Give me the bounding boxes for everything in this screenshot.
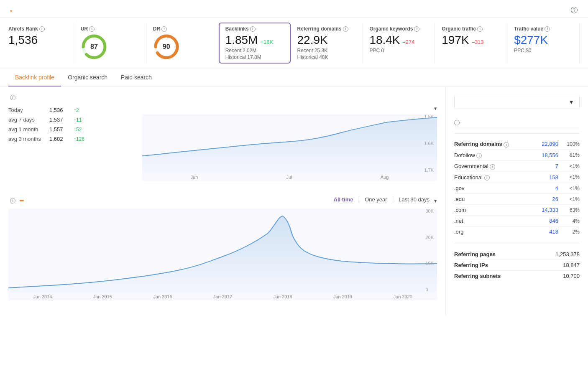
- referring-domains-info-icon[interactable]: i: [10, 198, 15, 203]
- metric-label-backlinks: Backlinks i: [225, 26, 284, 32]
- stats-pct: 2%: [565, 229, 580, 235]
- right-panel: ▼ i Referring domains i 22,890 100% Dofo…: [446, 86, 588, 315]
- metric-value-ahrefs-rank: 1,536: [8, 33, 67, 47]
- domains-chart-export[interactable]: ▾: [433, 198, 437, 204]
- stats-value: 22,890: [542, 141, 558, 147]
- metric-info-backlinks[interactable]: i: [250, 26, 256, 32]
- rank-row-label: avg 1 month: [8, 126, 46, 132]
- metric-referring-domains: Referring domains i 22.9K Recent 25.3K H…: [291, 23, 363, 64]
- metric-sub1-backlinks: Recent 2.02M: [225, 48, 284, 53]
- gauge-value-ur: 87: [90, 43, 98, 51]
- metric-value-traffic-value: $277K: [514, 33, 573, 47]
- tab-backlink-profile[interactable]: Backlink profile: [8, 69, 61, 86]
- stats-pct: <1%: [565, 196, 580, 202]
- rank-row-change: ↑2: [74, 107, 79, 113]
- metric-organic-traffic: Organic traffic i 197K –313: [435, 23, 507, 64]
- metric-info-referring-domains[interactable]: i: [343, 26, 348, 32]
- bottom-stats-row: Referring IPs 18,847: [454, 260, 580, 271]
- stats-row: Educational i 158 <1%: [454, 172, 580, 183]
- stats-label: .net: [454, 218, 463, 224]
- metric-sub2-backlinks: Historical 17.8M: [225, 54, 284, 60]
- rank-row: avg 1 month 1,557 ↑52: [8, 125, 125, 134]
- metric-label-traffic-value: Traffic value i: [514, 26, 573, 32]
- metric-sub1-traffic-value: PPC $0: [514, 48, 573, 53]
- stats-pct: 4%: [565, 218, 580, 224]
- rank-row: avg 7 days 1,537 ↑11: [8, 115, 125, 125]
- gauge-ur: 87: [81, 33, 107, 60]
- metric-info-ahrefs-rank[interactable]: i: [39, 26, 45, 32]
- rank-chart-export[interactable]: ▾: [433, 105, 437, 112]
- rank-row: avg 3 months 1,602 ↑126: [8, 134, 125, 144]
- main-content: i Today 1,536 ↑2 avg 7 days 1,537 ↑11 av…: [0, 86, 588, 315]
- site-url[interactable]: ▾: [8, 8, 12, 14]
- rank-row-label: avg 7 days: [8, 117, 46, 123]
- stats-row: .gov 4 <1%: [454, 183, 580, 194]
- metric-label-ahrefs-rank: Ahrefs Rank i: [8, 26, 67, 32]
- metric-info-organic-traffic[interactable]: i: [477, 26, 483, 32]
- stats-value: 18,556: [542, 152, 558, 158]
- stats-pct: 81%: [565, 152, 580, 158]
- metric-traffic-value: Traffic value i $277K PPC $0: [507, 23, 580, 64]
- metric-sub1-organic-keywords: PPC 0: [369, 48, 428, 53]
- stats-info[interactable]: i: [490, 164, 495, 170]
- stats-value: 26: [552, 196, 558, 202]
- tab-paid-search[interactable]: Paid search: [114, 69, 159, 86]
- how-to-use-button[interactable]: ?: [571, 7, 580, 13]
- stats-label: .edu: [454, 196, 465, 202]
- stats-label: .org: [454, 229, 463, 235]
- crawled-pages-row: i: [454, 117, 580, 128]
- filter-one-year[interactable]: One year: [365, 196, 387, 203]
- bottom-stats-value: 10,700: [563, 273, 580, 279]
- bottom-stats-label: Referring IPs: [454, 262, 488, 268]
- stats-value: 158: [549, 174, 558, 181]
- metric-change-organic-traffic: –313: [472, 39, 484, 45]
- ahrefs-rank-info-icon[interactable]: i: [10, 95, 15, 100]
- metric-dr: DR i 90: [146, 23, 219, 64]
- filter-all-time[interactable]: All time: [334, 196, 353, 203]
- stats-info[interactable]: i: [476, 153, 482, 158]
- rank-row-change: ↑126: [74, 136, 84, 142]
- filter-last-30[interactable]: Last 30 days: [399, 196, 429, 203]
- metric-value-organic-keywords: 18.4K –274: [369, 33, 428, 47]
- bottom-stats-value: 1,253,378: [555, 251, 580, 257]
- metric-value-organic-traffic: 197K –313: [442, 33, 500, 47]
- stats-row: Governmental i 7 <1%: [454, 161, 580, 172]
- rank-row-value: 1,536: [49, 107, 70, 113]
- tab-organic-search[interactable]: Organic search: [61, 69, 114, 86]
- bottom-stats-value: 18,847: [563, 262, 580, 268]
- metric-organic-keywords: Organic keywords i 18.4K –274 PPC 0: [363, 23, 435, 64]
- metric-label-organic-keywords: Organic keywords i: [369, 26, 428, 32]
- stats-info[interactable]: i: [484, 175, 490, 181]
- metric-info-ur[interactable]: i: [89, 26, 95, 32]
- gauge-dr: 90: [153, 33, 180, 60]
- live-links-dropdown[interactable]: ▼: [454, 95, 580, 109]
- stats-row: .edu 26 <1%: [454, 194, 580, 205]
- stats-row: Referring domains i 22,890 100%: [454, 139, 580, 150]
- left-panel: i Today 1,536 ↑2 avg 7 days 1,537 ↑11 av…: [0, 86, 446, 315]
- crawled-pages-info[interactable]: i: [454, 120, 460, 125]
- rank-chart: 1.5K 1.6K 1.7K JunJulAug: [142, 114, 437, 181]
- stats-info[interactable]: i: [504, 142, 509, 147]
- bottom-stats: Referring pages 1,253,378 Referring IPs …: [454, 249, 580, 281]
- metric-info-traffic-value[interactable]: i: [545, 26, 550, 32]
- metric-backlinks: Backlinks i 1.85M +16K Recent 2.02M Hist…: [219, 23, 291, 64]
- metrics-bar: Ahrefs Rank i 1,536 UR i 87 DR i: [0, 18, 588, 69]
- referring-domains-chart: 30K 20K 10K 0 Jan 2014Jan 2015Jan 2016Ja…: [8, 208, 437, 300]
- gauge-value-dr: 90: [163, 43, 170, 51]
- rank-row-change: ↑11: [74, 117, 82, 123]
- metric-info-organic-keywords[interactable]: i: [414, 26, 419, 32]
- stats-value: 846: [549, 218, 558, 224]
- metric-label-dr: DR i: [153, 26, 212, 32]
- stats-label: Governmental i: [454, 163, 495, 170]
- stats-label: Educational i: [454, 174, 490, 181]
- domains-chart-x-labels: Jan 2014Jan 2015Jan 2016Jan 2017Jan 2018…: [8, 293, 437, 300]
- stats-label: .gov: [454, 185, 465, 191]
- metric-info-dr[interactable]: i: [161, 26, 167, 32]
- stats-label: .com: [454, 207, 466, 213]
- rank-chart-x-labels: JunJulAug: [142, 174, 437, 181]
- bottom-stats-row: Referring pages 1,253,378: [454, 249, 580, 260]
- rank-row-label: Today: [8, 107, 46, 113]
- metric-label-ur: UR i: [81, 26, 139, 32]
- tabs-bar: Backlink profileOrganic searchPaid searc…: [0, 69, 588, 86]
- stats-label: Dofollow i: [454, 152, 482, 159]
